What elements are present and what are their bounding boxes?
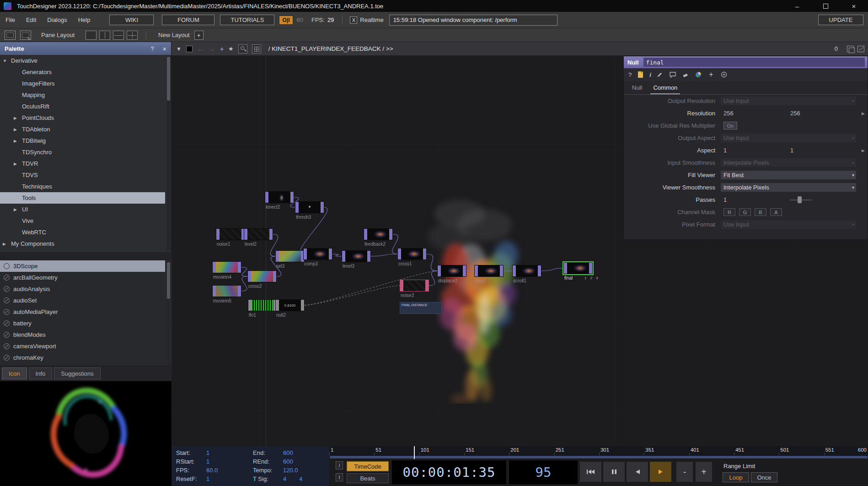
range-bar[interactable]: [330, 456, 868, 459]
palette-list-item-blendmodes[interactable]: blendModes: [0, 329, 165, 340]
node-displace2[interactable]: [437, 265, 466, 277]
palette-tab-icon[interactable]: Icon: [2, 367, 27, 379]
expand-arrow-icon[interactable]: ▶: [14, 162, 21, 166]
tab-null[interactable]: Null: [629, 81, 645, 94]
playhead[interactable]: [414, 446, 415, 455]
palette-list-item-automediaplayer[interactable]: autoMediaPlayer: [0, 306, 165, 318]
menu-edit[interactable]: Edit: [26, 16, 36, 23]
update-button[interactable]: UPDATE: [818, 15, 863, 25]
palette-tab-info[interactable]: Info: [29, 367, 53, 379]
node-level2[interactable]: [244, 228, 273, 240]
palette-tree-item-tdbitwig[interactable]: ▶TDBitwig: [0, 135, 165, 146]
palette-tab-suggestions[interactable]: Suggestions: [54, 367, 101, 379]
field-value[interactable]: 600: [283, 458, 293, 465]
add-layout-button[interactable]: +: [194, 31, 204, 40]
forward-arrow-icon[interactable]: →: [209, 45, 215, 53]
palette-list-item-audioset[interactable]: audioSet: [0, 295, 165, 306]
palette-tree-item-tdableton[interactable]: ▶TDAbleton: [0, 124, 165, 135]
node-noise1[interactable]: [216, 228, 245, 240]
node-blur2[interactable]: [474, 265, 504, 277]
menu-help[interactable]: Help: [78, 16, 91, 23]
node-comp3[interactable]: [303, 248, 332, 260]
loop-button[interactable]: Loop: [723, 472, 749, 482]
expand-window-icon[interactable]: [857, 46, 864, 52]
play-button[interactable]: [649, 461, 672, 482]
pane-view-icon[interactable]: [5, 31, 16, 40]
node-moviein4[interactable]: [212, 261, 241, 273]
param-expand-icon[interactable]: ▶: [862, 148, 865, 153]
layout-preset-single[interactable]: [86, 31, 96, 40]
field-value[interactable]: 60.0: [206, 467, 218, 474]
network-comment[interactable]: FINAL DISTANCE: [400, 302, 442, 314]
go-to-start-button[interactable]: [579, 461, 602, 482]
palette-tree-item-tdvs[interactable]: TDVS: [0, 169, 165, 181]
timeline-slash-button[interactable]: /: [336, 461, 343, 470]
palette-list-item-audioanalysis[interactable]: audioAnalysis: [0, 283, 165, 295]
field-value[interactable]: 1: [206, 458, 209, 465]
add-parameter-icon[interactable]: +: [707, 70, 715, 79]
target-icon[interactable]: [720, 70, 728, 79]
palette-close-button[interactable]: ×: [158, 45, 171, 53]
python-ball-icon[interactable]: [694, 70, 702, 79]
palette-list-item-chromakey[interactable]: chromaKey: [0, 352, 165, 363]
back-arrow-icon[interactable]: ←: [197, 45, 204, 53]
palette-tree-item-derivative[interactable]: ▼Derivative: [0, 55, 165, 66]
node-thresh3[interactable]: [295, 201, 324, 213]
help-icon[interactable]: ?: [628, 71, 632, 78]
param-slider-handle[interactable]: [798, 196, 802, 203]
search-icon[interactable]: [238, 44, 247, 54]
node-sel3[interactable]: [275, 250, 305, 262]
field-value[interactable]: 4: [283, 475, 286, 482]
tab-common[interactable]: Common: [650, 81, 680, 94]
node-noise2[interactable]: [400, 280, 429, 292]
palette-help-button[interactable]: ?: [146, 45, 158, 52]
param-slider-track[interactable]: [789, 199, 812, 201]
node-lfo1[interactable]: [248, 299, 277, 311]
field-value-2[interactable]: 4: [299, 475, 302, 482]
layout-preset-hsplit[interactable]: [113, 31, 124, 40]
menu-file[interactable]: File: [5, 16, 15, 23]
clear-brush-icon[interactable]: [681, 70, 690, 79]
expand-arrow-icon[interactable]: ▶: [14, 139, 21, 143]
param-menu-fill-viewer[interactable]: Fit Best▾: [721, 171, 856, 179]
palette-tree-item-pointclouds[interactable]: ▶PointClouds: [0, 112, 165, 124]
param-number-0[interactable]: 1: [723, 196, 788, 203]
node-feedback2[interactable]: [364, 228, 393, 240]
scrollbar-handle[interactable]: [167, 262, 170, 299]
palette-tree-item-imagefilters[interactable]: ImageFilters: [0, 78, 165, 89]
param-number-0[interactable]: 1: [723, 147, 788, 154]
timeline-range-strip[interactable]: [329, 455, 868, 459]
field-value[interactable]: 1: [206, 475, 209, 482]
field-value[interactable]: 600: [283, 449, 293, 456]
node-scroll1[interactable]: [512, 265, 541, 277]
operator-name-field[interactable]: final: [643, 58, 865, 67]
node-kinect2[interactable]: [265, 191, 294, 203]
layout-preset-vsplit[interactable]: [99, 31, 110, 40]
field-value[interactable]: 1: [206, 449, 209, 456]
step-back-button[interactable]: -: [676, 461, 693, 482]
node-null2[interactable]: 0.8100: [275, 299, 305, 311]
frame-display[interactable]: 95: [509, 460, 578, 484]
palette-tree-item-techniques[interactable]: Techniques: [0, 181, 165, 192]
field-value[interactable]: 120.0: [283, 467, 298, 474]
expand-arrow-icon[interactable]: ▶: [14, 207, 21, 212]
maximize-button[interactable]: [811, 0, 840, 12]
realtime-checkbox[interactable]: X: [350, 16, 357, 24]
add-icon[interactable]: +: [220, 45, 224, 53]
palette-list-item-cameraviewport[interactable]: cameraViewport: [0, 340, 165, 352]
node-cross2[interactable]: [247, 270, 277, 282]
palette-tree-item-ui[interactable]: ▶UI: [0, 204, 165, 215]
palette-tree-item-webrtc[interactable]: WebRTC: [0, 227, 165, 238]
palette-tree-item-mapping[interactable]: Mapping: [0, 89, 165, 101]
node-moviein5[interactable]: [212, 285, 241, 297]
play-reverse-button[interactable]: [626, 461, 648, 482]
pane-menu-icon[interactable]: ▼: [176, 46, 182, 52]
layout-preset-quad[interactable]: [127, 31, 138, 40]
forum-button[interactable]: FORUM: [162, 15, 214, 25]
expand-arrow-icon[interactable]: ▶: [14, 116, 21, 120]
scrollbar-handle[interactable]: [167, 57, 170, 101]
timeline-independent-button[interactable]: I: [336, 473, 343, 481]
info-icon[interactable]: i: [649, 71, 651, 78]
param-expand-icon[interactable]: ▶: [862, 111, 865, 116]
pane-split-icon[interactable]: [20, 31, 31, 40]
